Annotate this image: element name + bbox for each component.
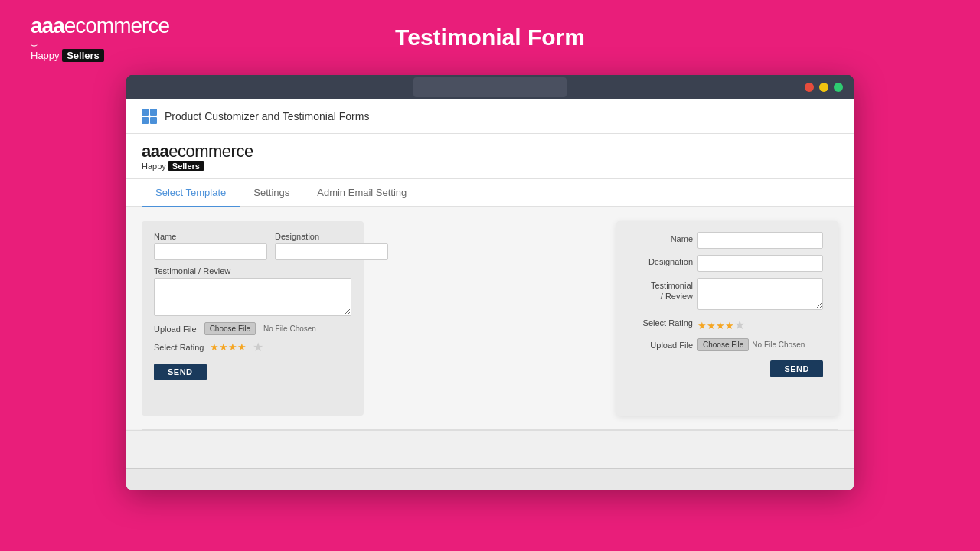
browser-titlebar (126, 75, 854, 99)
send-row-right: SEND (632, 357, 823, 377)
plugin-content: Product Customizer and Testimonial Forms… (126, 99, 854, 490)
testimonial-textarea-right[interactable] (697, 278, 823, 310)
star-empty: ★ (253, 340, 263, 354)
page-title: Testimonial Form (395, 24, 585, 51)
choose-file-button[interactable]: Choose File (204, 322, 256, 335)
name-group: Name (154, 232, 267, 260)
plugin-brand-tag: Happy Sellers (142, 161, 838, 171)
designation-input[interactable] (275, 243, 388, 260)
tab-settings[interactable]: Settings (240, 179, 303, 207)
browser-addressbar (413, 77, 567, 97)
template-card-2[interactable]: Name Designation Testimonial/ Review Sel… (616, 221, 838, 416)
send-button-1[interactable]: SEND (154, 364, 207, 380)
tabs-bar: Select Template Settings Admin Email Set… (126, 179, 854, 207)
designation-input-right[interactable] (697, 255, 823, 272)
testimonial-group: Testimonial / Review (154, 266, 351, 316)
top-header: aaaecommerce ⌣ Happy Sellers Testimonial… (0, 0, 980, 75)
form-row-name-designation: Name Designation (154, 232, 351, 260)
plugin-title: Product Customizer and Testimonial Forms (165, 110, 369, 122)
send-button-2[interactable]: SEND (770, 360, 823, 377)
brand-logo: aaaecommerce ⌣ Happy Sellers (31, 14, 169, 61)
rating-label: Select Rating (154, 343, 204, 352)
choose-file-button-right[interactable]: Choose File (697, 338, 749, 351)
rating-row: Select Rating ★★★★★ (154, 340, 351, 354)
testimonial-label: Testimonial / Review (154, 266, 351, 276)
template-card-1[interactable]: Name Designation Testimonial / Review Up… (142, 221, 364, 416)
name-label-right: Name (632, 232, 693, 243)
brand-tagline: Happy Sellers (31, 50, 104, 61)
minimize-dot[interactable] (819, 83, 828, 92)
plugin-icon (142, 109, 157, 124)
bottom-bar (126, 430, 854, 468)
no-file-text: No File Chosen (263, 324, 316, 333)
testimonial-textarea[interactable] (154, 278, 351, 316)
star-empty-right: ★ (734, 318, 745, 331)
no-file-text-right: No File Chosen (752, 341, 805, 349)
testimonial-label-right: Testimonial/ Review (632, 278, 693, 302)
form-row-rating-right: Select Rating ★★★★★ (632, 316, 823, 332)
designation-group: Designation (275, 232, 388, 260)
upload-label-right: Upload File (632, 338, 693, 350)
name-input-right[interactable] (697, 232, 823, 249)
upload-label: Upload File (154, 324, 197, 334)
upload-row: Upload File Choose File No File Chosen (154, 322, 351, 335)
close-dot[interactable] (805, 83, 814, 92)
form-row-name-right: Name (632, 232, 823, 249)
browser-window: Product Customizer and Testimonial Forms… (126, 75, 854, 490)
name-input[interactable] (154, 243, 267, 260)
form-row-upload-right: Upload File Choose File No File Chosen (632, 338, 823, 351)
main-area: Name Designation Testimonial / Review Up… (126, 207, 854, 429)
plugin-header: Product Customizer and Testimonial Forms (126, 99, 854, 134)
maximize-dot[interactable] (834, 83, 843, 92)
tab-admin-email[interactable]: Admin Email Setting (303, 179, 420, 207)
rating-label-right: Select Rating (632, 316, 693, 328)
brand-name: aaaecommerce (31, 14, 169, 38)
stars-filled-right: ★★★★ (697, 320, 734, 331)
tab-select-template[interactable]: Select Template (142, 179, 240, 207)
form-row-testimonial-right: Testimonial/ Review (632, 278, 823, 310)
designation-label: Designation (275, 232, 388, 241)
plugin-brand-area: aaaecommerce Happy Sellers (126, 134, 854, 179)
stars-filled: ★★★★ (210, 341, 247, 353)
form-row-designation-right: Designation (632, 255, 823, 272)
footer-bar (126, 468, 854, 490)
plugin-brand-name: aaaecommerce (142, 142, 838, 161)
designation-label-right: Designation (632, 255, 693, 266)
name-label: Name (154, 232, 267, 241)
